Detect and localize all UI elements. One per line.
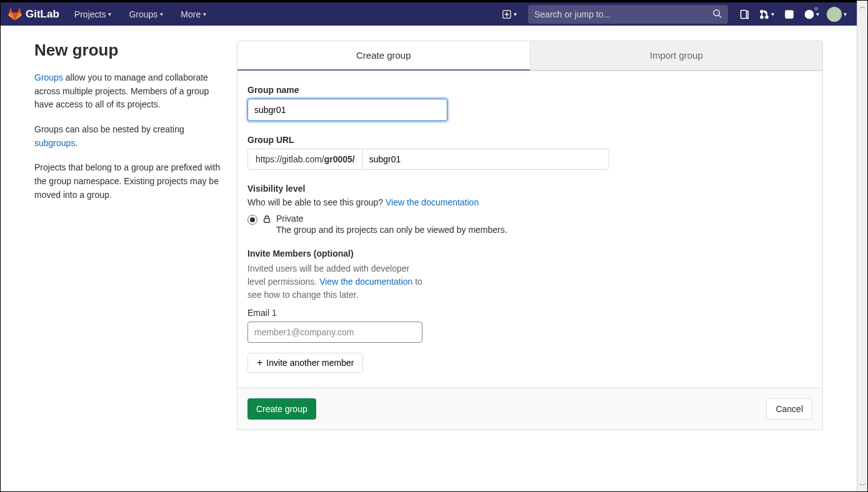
avatar <box>827 7 842 22</box>
nav-groups[interactable]: Groups ▾ <box>121 6 171 23</box>
merge-requests-button[interactable]: ▾ <box>757 4 777 24</box>
chevron-down-icon: ▾ <box>514 11 517 17</box>
user-menu[interactable]: ▾ <box>824 4 849 24</box>
svg-point-8 <box>766 16 768 18</box>
private-label: Private <box>276 214 507 224</box>
private-description: The group and its projects can only be v… <box>276 225 507 235</box>
info-text: . <box>75 138 77 148</box>
form-actions: Create group Cancel <box>237 388 822 430</box>
nav-projects[interactable]: Projects ▾ <box>67 6 119 23</box>
nav-groups-label: Groups <box>129 9 157 19</box>
nav-more[interactable]: More ▾ <box>173 6 214 23</box>
visibility-doc-link[interactable]: View the documentation <box>386 197 479 207</box>
brand-text: GitLab <box>26 8 59 21</box>
nav-more-label: More <box>181 9 201 19</box>
invite-description: Invited users will be added with develop… <box>247 262 429 302</box>
info-paragraph: Groups can also be nested by creating su… <box>34 123 222 150</box>
email-1-input[interactable] <box>247 322 422 343</box>
scroll-down-icon[interactable]: ﹀ <box>859 480 866 491</box>
svg-point-3 <box>714 9 719 15</box>
tabs: Create group Import group <box>237 41 823 71</box>
groups-link[interactable]: Groups <box>34 72 63 82</box>
chevron-down-icon: ▾ <box>160 11 163 17</box>
radio-button[interactable] <box>247 215 257 225</box>
info-paragraph: Projects that belong to a group are pref… <box>34 161 222 202</box>
gitlab-icon <box>8 7 22 21</box>
tab-create-group[interactable]: Create group <box>237 41 530 71</box>
label-email-1: Email 1 <box>247 308 812 318</box>
label-invite-members: Invite Members (optional) <box>247 248 812 258</box>
svg-rect-13 <box>264 219 270 222</box>
svg-point-7 <box>761 16 763 18</box>
svg-point-12 <box>809 16 809 17</box>
todos-button[interactable] <box>779 4 799 24</box>
info-text: Groups can also be nested by creating <box>34 124 184 134</box>
create-group-form: Group name Group URL https://gitlab.com/… <box>237 71 823 430</box>
group-name-input[interactable] <box>247 99 447 121</box>
tab-import-group[interactable]: Import group <box>530 41 823 71</box>
visibility-private-option[interactable]: Private The group and its projects can o… <box>247 214 812 235</box>
label-visibility: Visibility level <box>247 184 812 194</box>
label-group-name: Group name <box>247 85 812 95</box>
scroll-up-icon[interactable]: ︿ <box>859 1 866 12</box>
create-group-button[interactable]: Create group <box>247 398 316 420</box>
chevron-down-icon: ▾ <box>771 11 774 17</box>
info-paragraph: Groups allow you to manage and collabora… <box>34 71 222 112</box>
search-input[interactable] <box>534 9 707 19</box>
help-button[interactable]: ▾ <box>802 4 822 24</box>
chevron-down-icon: ▾ <box>816 11 819 17</box>
lock-icon <box>262 214 271 225</box>
notification-dot <box>814 7 818 11</box>
cancel-button[interactable]: Cancel <box>766 398 812 420</box>
top-nav: GitLab Projects ▾ Groups ▾ More ▾ ▾ <box>1 1 857 26</box>
search-icon <box>712 9 722 20</box>
chevron-down-icon: ▾ <box>844 11 847 17</box>
invite-doc-link[interactable]: View the documentation <box>319 277 412 287</box>
nav-projects-label: Projects <box>74 9 106 19</box>
new-button[interactable]: ▾ <box>497 6 522 23</box>
group-url-prefix: https://gitlab.com/gr0005/ <box>247 149 362 170</box>
invite-another-button[interactable]: + Invite another member <box>247 353 363 373</box>
search-box[interactable] <box>528 5 728 24</box>
plus-icon: + <box>257 358 262 368</box>
info-sidebar: New group Groups allow you to manage and… <box>34 41 222 430</box>
page-title: New group <box>34 41 222 60</box>
svg-rect-5 <box>741 10 747 18</box>
chevron-down-icon: ▾ <box>203 11 206 17</box>
label-group-url: Group URL <box>247 135 812 145</box>
invite-another-label: Invite another member <box>266 358 354 368</box>
subgroups-link[interactable]: subgroups <box>34 138 75 148</box>
window-scrollbar[interactable]: ︿ ﹀ <box>857 1 867 491</box>
visibility-help: Who will be able to see this group? View… <box>247 197 812 207</box>
svg-line-4 <box>719 15 721 17</box>
chevron-down-icon: ▾ <box>108 11 111 17</box>
issues-button[interactable] <box>734 4 754 24</box>
svg-point-6 <box>761 10 763 12</box>
gitlab-logo[interactable]: GitLab <box>8 7 59 21</box>
group-url-input[interactable] <box>362 149 609 170</box>
